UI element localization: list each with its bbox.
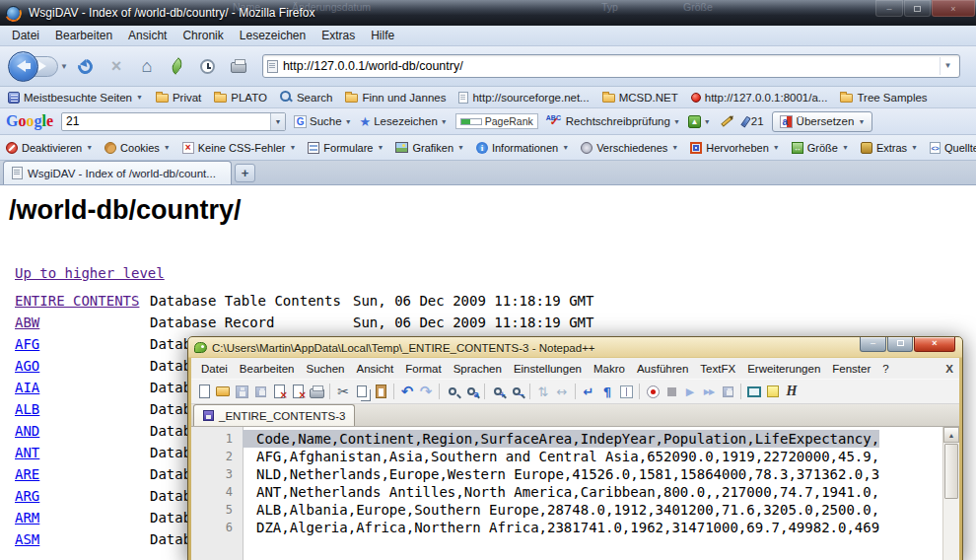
notepad-editor[interactable]: 1Code,Name,Continent,Region,SurfaceArea,… [191, 427, 959, 560]
npp-menu-fenster[interactable]: Fenster [826, 359, 876, 379]
editor-scrollbar[interactable]: ▲ [942, 427, 959, 560]
find-icon[interactable] [444, 383, 461, 400]
save-macro-icon[interactable] [719, 383, 736, 400]
bookmark-privat[interactable]: Privat [156, 92, 201, 104]
print-button[interactable] [226, 53, 251, 79]
close-button[interactable]: × [932, 0, 975, 17]
npp-menu-bearbeiten[interactable]: Bearbeiten [234, 359, 301, 379]
play-macro-icon[interactable] [681, 383, 699, 400]
entry-link[interactable]: ENTIRE CONTENTS [15, 293, 139, 309]
zoom-in-icon[interactable]: + [489, 383, 507, 400]
entry-link[interactable]: ARM [15, 510, 39, 525]
copy-icon[interactable] [353, 383, 371, 400]
reload-button[interactable] [73, 53, 99, 79]
entry-link[interactable]: ASM [15, 531, 39, 547]
webdev-outline[interactable]: Hervorheben▼ [690, 142, 780, 154]
undo-icon[interactable] [398, 383, 416, 400]
history-dropdown-icon[interactable]: ▼ [60, 62, 68, 71]
webdev-resize[interactable]: Größe▼ [792, 142, 849, 154]
close-file-icon[interactable]: × [270, 383, 288, 400]
maximize-button[interactable] [904, 0, 931, 17]
redo-icon[interactable] [417, 383, 435, 400]
save-icon[interactable] [233, 383, 250, 400]
npp-menu-erweiterungen[interactable]: Erweiterungen [741, 359, 826, 379]
word-wrap-icon[interactable] [580, 383, 597, 400]
up-to-higher-level-link[interactable]: Up to higher level [15, 265, 165, 281]
webdev-images[interactable]: Grafiken▼ [395, 142, 464, 154]
notepad-tab[interactable]: _ENTIRE_CONTENTS-3 [193, 404, 355, 426]
webdev-css[interactable]: Keine CSS-Fehler▼ [182, 142, 297, 154]
sync-scroll-vertical-icon[interactable] [534, 383, 552, 400]
stop-macro-icon[interactable] [662, 383, 680, 400]
menu-datei[interactable]: Datei [4, 26, 47, 45]
npp-menu-sprachen[interactable]: Sprachen [448, 359, 508, 379]
bookmark-tree-samples[interactable]: Tree Samples [840, 92, 927, 104]
entry-link[interactable]: AFG [15, 336, 39, 352]
notepad-close-button[interactable]: × [914, 337, 955, 352]
url-text[interactable]: http://127.0.0.1/world-db/country/ [283, 59, 940, 73]
firefox-titlebar[interactable]: WsgiDAV - Index of /world-db/country/ - … [0, 0, 976, 26]
print-icon[interactable] [308, 383, 325, 400]
run-macro-multiple-icon[interactable] [700, 383, 718, 400]
entry-link[interactable]: ALB [15, 401, 39, 417]
webdev-information[interactable]: Informationen▼ [476, 142, 569, 154]
paste-icon[interactable] [372, 383, 389, 400]
record-macro-icon[interactable] [644, 383, 662, 400]
new-file-icon[interactable] [195, 383, 213, 400]
webdev-cookies[interactable]: Cookies▼ [105, 142, 171, 154]
bookmark-search[interactable]: Search [280, 91, 332, 104]
webdev-forms[interactable]: Formulare▼ [308, 142, 383, 154]
full-screen-icon[interactable] [745, 383, 763, 400]
post-it-icon[interactable] [764, 383, 782, 400]
sync-scroll-horizontal-icon[interactable] [553, 383, 571, 400]
notepad-maximize-button[interactable] [887, 337, 913, 352]
bookmark-plato[interactable]: PLATO [214, 92, 267, 104]
stop-button[interactable]: × [104, 53, 129, 79]
spellcheck-button[interactable]: Rechtschreibprüfung▼ [546, 114, 680, 128]
entry-link[interactable]: ABW [15, 315, 39, 330]
cut-icon[interactable] [334, 383, 352, 400]
save-all-icon[interactable] [251, 383, 269, 400]
entry-link[interactable]: AIA [15, 380, 39, 395]
npp-menu-ansicht[interactable]: Ansicht [351, 359, 400, 379]
open-file-icon[interactable] [214, 383, 232, 400]
edit-button[interactable] [719, 119, 735, 123]
bookmark-localhost-8001[interactable]: http://127.0.0.1:8001/a... [691, 92, 828, 104]
google-search-input[interactable] [62, 114, 270, 128]
bookmark-mcsd[interactable]: MCSD.NET [602, 92, 678, 104]
entry-link[interactable]: ARG [15, 488, 39, 504]
back-button[interactable] [8, 51, 38, 82]
menu-ansicht[interactable]: Ansicht [120, 26, 174, 45]
scrollbar-up-arrow[interactable]: ▲ [943, 427, 959, 443]
google-search-button[interactable]: GSuche▼ [294, 115, 352, 128]
npp-menu-makro[interactable]: Makro [588, 359, 631, 379]
google-bookmarks-button[interactable]: ★Lesezeichen▼ [360, 115, 448, 128]
translate-button[interactable]: Übersetzen▼ [772, 111, 873, 132]
menu-hilfe[interactable]: Hilfe [363, 26, 402, 45]
replace-icon[interactable]: a [462, 383, 480, 400]
entry-link[interactable]: AGO [15, 358, 39, 374]
url-bar[interactable]: http://127.0.0.1/world-db/country/ ▼ [262, 54, 960, 78]
webdev-disable[interactable]: Deaktivieren▼ [6, 142, 93, 154]
menu-chronik[interactable]: Chronik [174, 26, 231, 45]
menu-bearbeiten[interactable]: Bearbeiten [47, 26, 120, 45]
notepad-minimize-button[interactable]: – [860, 337, 886, 352]
entry-link[interactable]: AND [15, 423, 39, 439]
npp-menu-close-x[interactable]: X [945, 363, 953, 375]
highlight-button[interactable]: 21 [743, 115, 764, 127]
indent-guide-icon[interactable] [617, 383, 635, 400]
close-all-icon[interactable]: × [289, 383, 307, 400]
notepad-titlebar[interactable]: C:\Users\Martin\AppData\Local\Temp\_ENTI… [188, 337, 962, 358]
webdev-miscellaneous[interactable]: Verschiedenes▼ [581, 142, 678, 154]
entry-link[interactable]: ARE [15, 466, 39, 482]
npp-menu-suchen[interactable]: Suchen [300, 359, 350, 379]
npp-menu-help[interactable]: ? [876, 359, 894, 379]
entry-link[interactable]: ANT [15, 445, 39, 460]
zoom-out-icon[interactable]: − [508, 383, 525, 400]
home-button[interactable]: ⌂ [134, 53, 160, 79]
url-dropdown-icon[interactable]: ▼ [940, 57, 955, 75]
bookmark-sourceforge[interactable]: http://sourceforge.net... [458, 92, 589, 104]
npp-menu-textfx[interactable]: TextFX [694, 359, 741, 379]
autofill-button[interactable]: ▼ [688, 115, 711, 128]
function-h-icon[interactable] [783, 383, 801, 400]
